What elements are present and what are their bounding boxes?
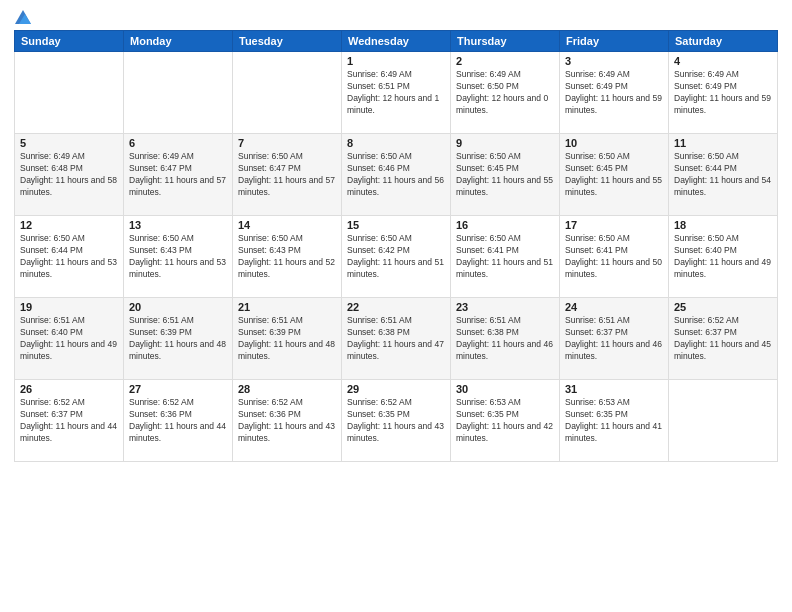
day-detail: Sunrise: 6:52 AM Sunset: 6:36 PM Dayligh… [238,397,336,445]
calendar-cell: 31Sunrise: 6:53 AM Sunset: 6:35 PM Dayli… [560,380,669,462]
day-number: 12 [20,219,118,231]
day-detail: Sunrise: 6:51 AM Sunset: 6:39 PM Dayligh… [238,315,336,363]
day-detail: Sunrise: 6:52 AM Sunset: 6:37 PM Dayligh… [674,315,772,363]
day-number: 11 [674,137,772,149]
day-detail: Sunrise: 6:49 AM Sunset: 6:49 PM Dayligh… [674,69,772,117]
weekday-header: Friday [560,31,669,52]
day-number: 3 [565,55,663,67]
calendar-cell: 8Sunrise: 6:50 AM Sunset: 6:46 PM Daylig… [342,134,451,216]
calendar-cell: 5Sunrise: 6:49 AM Sunset: 6:48 PM Daylig… [15,134,124,216]
day-number: 24 [565,301,663,313]
day-number: 30 [456,383,554,395]
day-detail: Sunrise: 6:49 AM Sunset: 6:48 PM Dayligh… [20,151,118,199]
calendar-cell: 7Sunrise: 6:50 AM Sunset: 6:47 PM Daylig… [233,134,342,216]
calendar-week-row: 26Sunrise: 6:52 AM Sunset: 6:37 PM Dayli… [15,380,778,462]
day-detail: Sunrise: 6:50 AM Sunset: 6:41 PM Dayligh… [565,233,663,281]
day-detail: Sunrise: 6:50 AM Sunset: 6:45 PM Dayligh… [565,151,663,199]
calendar-cell: 26Sunrise: 6:52 AM Sunset: 6:37 PM Dayli… [15,380,124,462]
calendar-cell: 1Sunrise: 6:49 AM Sunset: 6:51 PM Daylig… [342,52,451,134]
day-number: 10 [565,137,663,149]
calendar-cell: 24Sunrise: 6:51 AM Sunset: 6:37 PM Dayli… [560,298,669,380]
calendar-cell: 3Sunrise: 6:49 AM Sunset: 6:49 PM Daylig… [560,52,669,134]
page: SundayMondayTuesdayWednesdayThursdayFrid… [0,0,792,612]
day-detail: Sunrise: 6:50 AM Sunset: 6:42 PM Dayligh… [347,233,445,281]
day-detail: Sunrise: 6:51 AM Sunset: 6:38 PM Dayligh… [347,315,445,363]
day-number: 21 [238,301,336,313]
day-number: 6 [129,137,227,149]
calendar-cell: 23Sunrise: 6:51 AM Sunset: 6:38 PM Dayli… [451,298,560,380]
calendar-cell [669,380,778,462]
calendar-cell: 15Sunrise: 6:50 AM Sunset: 6:42 PM Dayli… [342,216,451,298]
day-detail: Sunrise: 6:49 AM Sunset: 6:51 PM Dayligh… [347,69,445,117]
calendar-cell: 16Sunrise: 6:50 AM Sunset: 6:41 PM Dayli… [451,216,560,298]
day-number: 18 [674,219,772,231]
day-detail: Sunrise: 6:49 AM Sunset: 6:49 PM Dayligh… [565,69,663,117]
calendar-week-row: 12Sunrise: 6:50 AM Sunset: 6:44 PM Dayli… [15,216,778,298]
calendar-cell: 10Sunrise: 6:50 AM Sunset: 6:45 PM Dayli… [560,134,669,216]
day-number: 4 [674,55,772,67]
day-detail: Sunrise: 6:51 AM Sunset: 6:38 PM Dayligh… [456,315,554,363]
day-detail: Sunrise: 6:50 AM Sunset: 6:47 PM Dayligh… [238,151,336,199]
weekday-header: Thursday [451,31,560,52]
calendar-cell: 6Sunrise: 6:49 AM Sunset: 6:47 PM Daylig… [124,134,233,216]
day-detail: Sunrise: 6:50 AM Sunset: 6:45 PM Dayligh… [456,151,554,199]
day-detail: Sunrise: 6:49 AM Sunset: 6:50 PM Dayligh… [456,69,554,117]
weekday-header: Wednesday [342,31,451,52]
day-detail: Sunrise: 6:51 AM Sunset: 6:37 PM Dayligh… [565,315,663,363]
day-number: 22 [347,301,445,313]
day-detail: Sunrise: 6:52 AM Sunset: 6:37 PM Dayligh… [20,397,118,445]
day-detail: Sunrise: 6:50 AM Sunset: 6:44 PM Dayligh… [674,151,772,199]
calendar-week-row: 1Sunrise: 6:49 AM Sunset: 6:51 PM Daylig… [15,52,778,134]
logo [14,10,31,24]
calendar-cell: 18Sunrise: 6:50 AM Sunset: 6:40 PM Dayli… [669,216,778,298]
day-number: 23 [456,301,554,313]
calendar-cell: 27Sunrise: 6:52 AM Sunset: 6:36 PM Dayli… [124,380,233,462]
day-number: 7 [238,137,336,149]
day-detail: Sunrise: 6:50 AM Sunset: 6:40 PM Dayligh… [674,233,772,281]
calendar-cell [233,52,342,134]
day-number: 9 [456,137,554,149]
day-detail: Sunrise: 6:51 AM Sunset: 6:39 PM Dayligh… [129,315,227,363]
day-number: 13 [129,219,227,231]
day-number: 1 [347,55,445,67]
day-number: 16 [456,219,554,231]
day-number: 17 [565,219,663,231]
day-detail: Sunrise: 6:50 AM Sunset: 6:43 PM Dayligh… [129,233,227,281]
weekday-header: Tuesday [233,31,342,52]
day-number: 28 [238,383,336,395]
calendar-cell: 13Sunrise: 6:50 AM Sunset: 6:43 PM Dayli… [124,216,233,298]
day-detail: Sunrise: 6:53 AM Sunset: 6:35 PM Dayligh… [456,397,554,445]
calendar-cell: 4Sunrise: 6:49 AM Sunset: 6:49 PM Daylig… [669,52,778,134]
day-number: 8 [347,137,445,149]
day-number: 14 [238,219,336,231]
day-detail: Sunrise: 6:50 AM Sunset: 6:41 PM Dayligh… [456,233,554,281]
day-number: 5 [20,137,118,149]
calendar-week-row: 5Sunrise: 6:49 AM Sunset: 6:48 PM Daylig… [15,134,778,216]
day-detail: Sunrise: 6:49 AM Sunset: 6:47 PM Dayligh… [129,151,227,199]
calendar-cell [15,52,124,134]
calendar-cell: 22Sunrise: 6:51 AM Sunset: 6:38 PM Dayli… [342,298,451,380]
calendar-cell: 14Sunrise: 6:50 AM Sunset: 6:43 PM Dayli… [233,216,342,298]
calendar-cell: 11Sunrise: 6:50 AM Sunset: 6:44 PM Dayli… [669,134,778,216]
calendar-cell: 9Sunrise: 6:50 AM Sunset: 6:45 PM Daylig… [451,134,560,216]
day-detail: Sunrise: 6:53 AM Sunset: 6:35 PM Dayligh… [565,397,663,445]
day-number: 26 [20,383,118,395]
logo-icon [15,10,31,24]
day-detail: Sunrise: 6:52 AM Sunset: 6:36 PM Dayligh… [129,397,227,445]
calendar-cell: 28Sunrise: 6:52 AM Sunset: 6:36 PM Dayli… [233,380,342,462]
calendar: SundayMondayTuesdayWednesdayThursdayFrid… [14,30,778,462]
calendar-week-row: 19Sunrise: 6:51 AM Sunset: 6:40 PM Dayli… [15,298,778,380]
day-detail: Sunrise: 6:50 AM Sunset: 6:44 PM Dayligh… [20,233,118,281]
calendar-cell: 20Sunrise: 6:51 AM Sunset: 6:39 PM Dayli… [124,298,233,380]
day-number: 19 [20,301,118,313]
calendar-cell: 12Sunrise: 6:50 AM Sunset: 6:44 PM Dayli… [15,216,124,298]
day-detail: Sunrise: 6:50 AM Sunset: 6:43 PM Dayligh… [238,233,336,281]
calendar-cell: 30Sunrise: 6:53 AM Sunset: 6:35 PM Dayli… [451,380,560,462]
calendar-cell: 19Sunrise: 6:51 AM Sunset: 6:40 PM Dayli… [15,298,124,380]
weekday-header: Monday [124,31,233,52]
weekday-header-row: SundayMondayTuesdayWednesdayThursdayFrid… [15,31,778,52]
day-number: 15 [347,219,445,231]
weekday-header: Saturday [669,31,778,52]
day-number: 2 [456,55,554,67]
calendar-cell: 2Sunrise: 6:49 AM Sunset: 6:50 PM Daylig… [451,52,560,134]
